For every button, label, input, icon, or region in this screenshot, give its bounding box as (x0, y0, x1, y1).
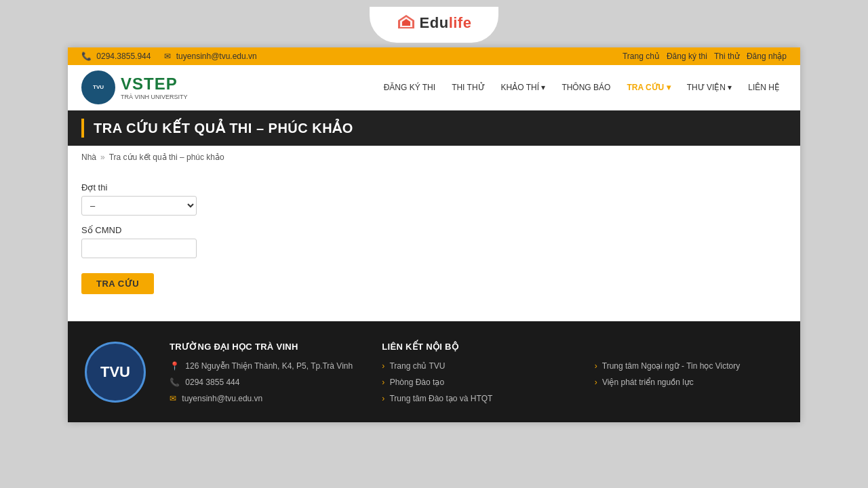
topbar-trial-link[interactable]: Thi thử (714, 52, 740, 61)
page-title-bar: TRA CỨU KẾT QUẢ THI – PHÚC KHẢO (68, 110, 800, 146)
dot-thi-label: Đợt thi (81, 182, 787, 192)
so-cmnd-label: Số CMND (81, 225, 787, 235)
email-info: ✉ tuyensinh@tvu.edu.vn (164, 52, 256, 61)
arrow-icon-3: › (382, 394, 384, 403)
so-cmnd-input[interactable] (81, 239, 197, 258)
topbar-home-link[interactable]: Trang chủ (623, 52, 660, 61)
location-icon: 📍 (170, 361, 180, 371)
edulife-bar: Edulife (0, 0, 868, 47)
email-icon-footer: ✉ (170, 394, 176, 403)
footer-other-placeholder (595, 342, 787, 352)
arrow-icon-4: › (595, 361, 597, 371)
logo-text-area: VSTEP TRÀ VINH UNIVERSITY (121, 75, 188, 100)
footer-address: 📍 126 Nguyễn Thiện Thành, K4, P5, Tp.Trà… (170, 360, 361, 372)
nav-khao-thi[interactable]: KHẢO THÍ ▾ (494, 79, 553, 96)
so-cmnd-group: Số CMND (81, 225, 787, 258)
phone-icon-footer: 📞 (170, 378, 180, 387)
nav-lien-he[interactable]: LIÊN HỆ (741, 79, 787, 96)
nav-thi-thu[interactable]: THI THỬ (445, 79, 491, 96)
page-title: TRA CỨU KẾT QUẢ THI – PHÚC KHẢO (94, 120, 353, 136)
logo-brand: VSTEP (121, 75, 188, 94)
topbar-register-link[interactable]: Đăng ký thi (667, 52, 707, 61)
topbar-login-link[interactable]: Đăng nhập (747, 52, 787, 61)
email-icon: ✉ (164, 52, 171, 61)
phone-info: 📞 0294.3855.944 (81, 52, 151, 61)
dot-thi-group: Đợt thi – (81, 182, 787, 216)
phone-icon: 📞 (81, 52, 92, 61)
top-bar-left: 📞 0294.3855.944 ✉ tuyensinh@tvu.edu.vn (81, 52, 257, 61)
footer-link-phong-dao-tao[interactable]: › Phòng Đào tạo (382, 376, 574, 388)
chevron-down-icon-3: ▾ (728, 83, 732, 92)
breadcrumb-current: Tra cứu kết quả thi – phúc khảo (109, 152, 224, 162)
footer: TVU TRƯỜNG ĐẠI HỌC TRÀ VINH 📍 126 Nguyễn… (68, 321, 800, 422)
footer-lien-ket-title: LIÊN KẾT NỘI BỘ (382, 342, 574, 352)
nav-thu-vien[interactable]: THƯ VIỆN ▾ (680, 79, 739, 96)
title-accent (81, 119, 84, 138)
search-button[interactable]: TRA CỨU (81, 273, 154, 294)
chevron-down-icon-2: ▾ (667, 83, 671, 92)
nav-dang-ky-thi[interactable]: ĐĂNG KÝ THI (377, 79, 442, 96)
footer-links-col: LIÊN KẾT NỘI BỘ › Trang chủ TVU › Phòng … (382, 342, 574, 409)
footer-link-victory[interactable]: › Trung tâm Ngoại ngữ - Tin học Victory (595, 360, 787, 372)
chevron-down-icon: ▾ (541, 83, 545, 92)
nav-thong-bao[interactable]: THÔNG BÁO (555, 79, 617, 96)
footer-logo-area: TVU (81, 342, 149, 403)
breadcrumb: Nhà » Tra cứu kết quả thi – phúc khảo (68, 146, 800, 169)
footer-phone: 📞 0294 3855 444 (170, 376, 361, 388)
header: TVU VSTEP TRÀ VINH UNIVERSITY ĐĂNG KÝ TH… (68, 65, 800, 110)
footer-email: ✉ tuyensinh@tvu.edu.vn (170, 392, 361, 405)
arrow-icon-2: › (382, 378, 384, 387)
edulife-logo-text: Edulife (420, 14, 472, 32)
footer-link-tvu[interactable]: › Trang chủ TVU (382, 360, 574, 372)
footer-university-name: TRƯỜNG ĐẠI HỌC TRÀ VINH (170, 342, 361, 352)
edulife-logo-wrapper: Edulife (370, 7, 499, 43)
footer-university-col: TRƯỜNG ĐẠI HỌC TRÀ VINH 📍 126 Nguyễn Thi… (170, 342, 361, 409)
edulife-icon (397, 14, 416, 33)
breadcrumb-separator: » (100, 152, 105, 162)
breadcrumb-home[interactable]: Nhà (81, 152, 96, 162)
footer-link-trung-tam-dao-tao[interactable]: › Trung tâm Đào tạo và HTQT (382, 392, 574, 405)
footer-logo: TVU (85, 342, 146, 403)
logo-sub: TRÀ VINH UNIVERSITY (121, 94, 188, 100)
footer-other-col: › Trung tâm Ngoại ngữ - Tin học Victory … (595, 342, 787, 392)
form-area: Đợt thi – Số CMND TRA CỨU (68, 169, 800, 321)
top-bar-right: Trang chủ Đăng ký thi Thi thử Đăng nhập (623, 52, 787, 61)
page-wrapper: 📞 0294.3855.944 ✉ tuyensinh@tvu.edu.vn T… (68, 47, 800, 422)
main-nav: ĐĂNG KÝ THI THI THỬ KHẢO THÍ ▾ THÔNG BÁO… (215, 79, 787, 96)
dot-thi-select[interactable]: – (81, 196, 197, 216)
logo-area: TVU VSTEP TRÀ VINH UNIVERSITY (81, 70, 188, 104)
nav-tra-cuu[interactable]: TRA CỨU ▾ (620, 79, 677, 96)
arrow-icon-5: › (595, 378, 597, 387)
university-logo: TVU (81, 70, 115, 104)
top-bar: 📞 0294.3855.944 ✉ tuyensinh@tvu.edu.vn T… (68, 47, 800, 65)
arrow-icon-1: › (382, 361, 384, 371)
footer-link-vien-phat-trien[interactable]: › Viện phát triển nguồn lực (595, 376, 787, 388)
